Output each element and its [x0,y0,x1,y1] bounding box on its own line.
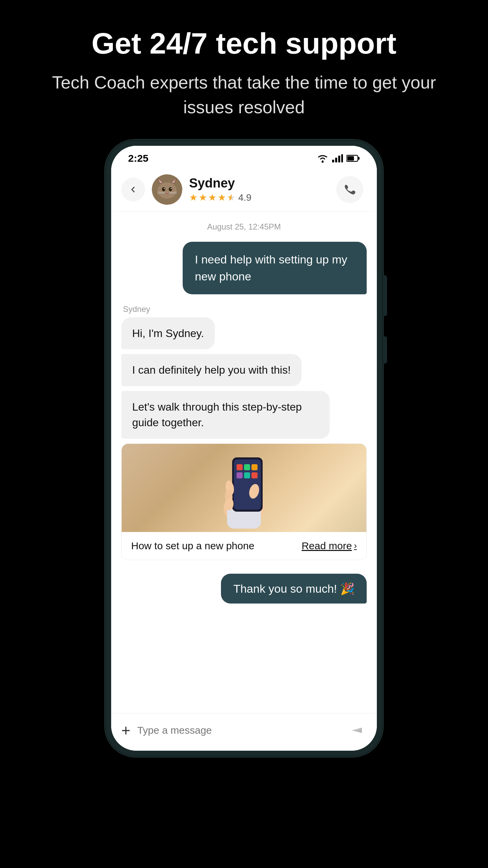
svg-rect-7 [347,156,354,161]
svg-rect-27 [237,464,243,470]
read-more-chevron-icon: › [354,540,357,551]
agent-bubble-3: Let's walk through this step-by-step gui… [121,391,330,439]
svg-rect-28 [244,464,250,470]
svg-point-16 [164,188,165,189]
signal-icon [332,154,343,162]
phone-mockup: 2:25 [105,140,383,757]
agent-name: Sydney [189,176,251,191]
phone-icon [344,183,356,196]
header-section: Get 24/7 tech support Tech Coach experts… [0,0,488,140]
svg-rect-1 [332,160,334,162]
svg-point-17 [171,188,172,189]
phone-screen: 2:25 [111,146,377,751]
agent-bubble-2: I can definitely help you with this! [121,354,302,386]
svg-rect-6 [358,157,360,160]
card-image [122,444,366,532]
star-3: ★ [208,192,217,203]
input-bar: + [111,713,377,751]
main-title: Get 24/7 tech support [34,27,454,60]
stars: ★ ★ ★ ★ ★ ★ [189,192,236,203]
svg-point-14 [162,187,165,191]
status-time: 2:25 [128,153,148,164]
guide-card: How to set up a new phone Read more › [121,443,367,560]
status-bar: 2:25 [111,146,377,167]
user-message-text: I need help with setting up my new phone [183,242,367,294]
thanks-message-bubble: Thank you so much! 🎉 [121,574,367,604]
svg-point-0 [322,161,324,163]
svg-rect-31 [244,472,250,478]
svg-rect-3 [338,156,340,162]
read-more-link[interactable]: Read more › [302,540,357,552]
send-icon [350,724,363,736]
user-message-bubble: I need help with setting up my new phone [121,242,367,294]
subtitle: Tech Coach experts that take the time to… [34,70,454,120]
phone-hand-illustration [200,447,288,529]
star-2: ★ [199,192,207,203]
chat-timestamp: August 25, 12:45PM [121,222,367,232]
svg-point-9 [158,182,177,199]
rating-number: 4.9 [238,192,251,203]
agent-label: Sydney [123,304,150,314]
svg-rect-32 [251,472,258,478]
wifi-icon [317,154,329,163]
agent-rating: ★ ★ ★ ★ ★ ★ 4.9 [189,192,251,203]
chat-body: August 25, 12:45PM I need help with sett… [111,212,377,713]
status-icons [317,154,360,163]
thanks-message-text: Thank you so much! 🎉 [221,574,367,604]
agent-message-group: Sydney Hi, I'm Sydney. I can definitely … [121,304,367,567]
card-title: How to set up a new phone [131,540,255,552]
card-footer: How to set up a new phone Read more › [122,532,366,560]
message-input[interactable] [137,725,340,736]
back-icon [129,186,137,193]
agent-bubble-1: Hi, I'm Sydney. [121,317,215,349]
back-button[interactable] [121,178,145,201]
svg-rect-4 [341,154,343,162]
chat-header: Sydney ★ ★ ★ ★ ★ ★ 4.9 [111,167,377,212]
svg-rect-30 [237,472,243,478]
battery-icon [346,155,360,162]
call-button[interactable] [336,176,363,203]
agent-info: Sydney ★ ★ ★ ★ ★ ★ 4.9 [152,174,336,205]
agent-details: Sydney ★ ★ ★ ★ ★ ★ 4.9 [189,176,251,203]
send-button[interactable] [346,720,367,741]
star-1: ★ [189,192,198,203]
svg-rect-29 [251,464,258,470]
star-4: ★ [218,192,226,203]
add-attachment-button[interactable]: + [121,721,130,739]
svg-rect-2 [335,158,337,162]
star-half: ★ ★ [227,192,236,203]
agent-avatar [152,174,182,205]
svg-point-15 [169,187,172,191]
